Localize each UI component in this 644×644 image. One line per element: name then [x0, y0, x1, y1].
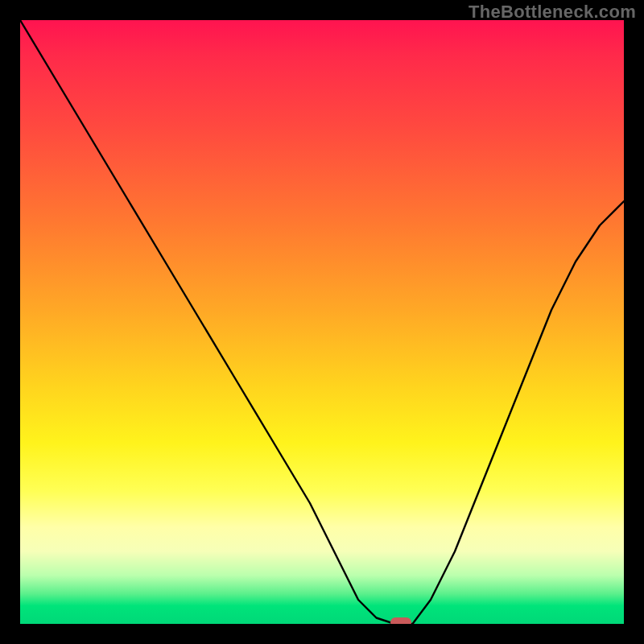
bottleneck-curve [20, 20, 624, 624]
watermark-text: TheBottleneck.com [469, 2, 636, 23]
curve-path [20, 20, 624, 624]
plot-area [20, 20, 624, 624]
chart-frame: TheBottleneck.com [0, 0, 644, 644]
optimal-marker [390, 617, 411, 624]
